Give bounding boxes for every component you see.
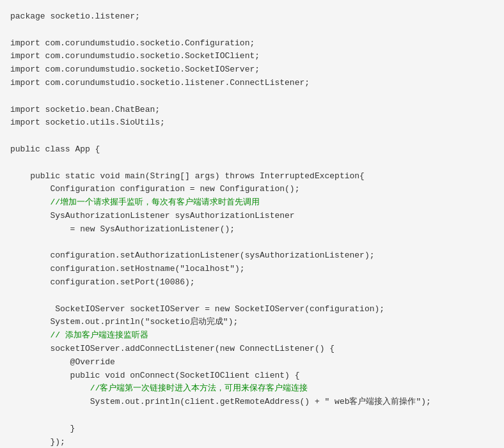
line-29: //客户端第一次链接时进入本方法，可用来保存客户端连接	[10, 383, 308, 393]
line-25: // 添加客户端连接监听器	[10, 330, 148, 340]
line-14: Configuration configuration = new Config…	[10, 184, 299, 194]
line-16: SysAuthorizationListener sysAuthorizatio…	[10, 211, 295, 220]
line-3: import com.corundumstudio.socketio.Confi…	[10, 38, 255, 48]
line-27: @Override	[10, 357, 115, 367]
line-9: import socketio.utils.SioUtils;	[10, 118, 165, 127]
line-15: //增加一个请求握手监听，每次有客户端请求时首先调用	[10, 197, 260, 207]
line-33: });	[10, 437, 65, 447]
line-19: configuration.setAuthorizationListener(s…	[10, 251, 375, 260]
line-13: public static void main(String[] args) t…	[10, 171, 365, 181]
line-20: configuration.setHostname("localhost");	[10, 264, 245, 274]
code-editor: package socketio.listener; import com.co…	[0, 0, 504, 448]
line-17: = new SysAuthorizationListener();	[10, 224, 235, 234]
code-content: package socketio.listener; import com.co…	[10, 10, 494, 448]
line-8: import socketio.bean.ChatBean;	[10, 105, 160, 114]
line-30: System.out.println(client.getRemoteAddre…	[10, 397, 431, 406]
line-4: import com.corundumstudio.socketio.Socke…	[10, 51, 260, 61]
line-28: public void onConnect(SocketIOClient cli…	[10, 371, 299, 380]
line-6: import com.corundumstudio.socketio.liste…	[10, 78, 310, 88]
line-23: SocketIOServer socketIOServer = new Sock…	[10, 304, 384, 314]
line-24: System.out.println("socketio启动完成");	[10, 317, 238, 327]
line-11: public class App {	[10, 144, 100, 154]
line-21: configuration.setPort(10086);	[10, 277, 195, 287]
line-5: import com.corundumstudio.socketio.Socke…	[10, 65, 260, 74]
line-1: package socketio.listener;	[10, 12, 140, 21]
line-32: }	[10, 424, 75, 433]
line-26: socketIOServer.addConnectListener(new Co…	[10, 344, 335, 353]
